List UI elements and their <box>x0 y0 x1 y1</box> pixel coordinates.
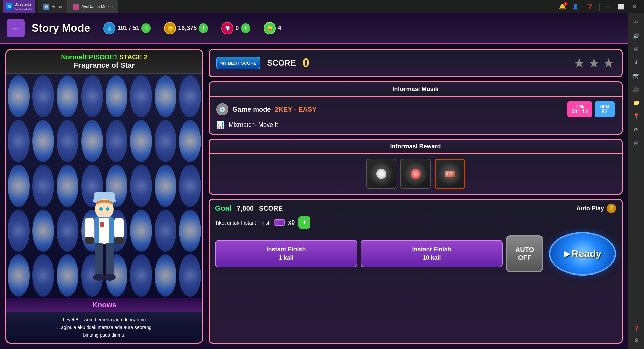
light-dot <box>179 165 201 207</box>
right-panel: MY BEST SCORE SCORE 0 ★ ★ ★ Informasi Mu… <box>209 49 623 344</box>
reward-item-3: ACC <box>435 159 465 189</box>
sidebar-video-icon[interactable]: 🎥 <box>630 83 642 95</box>
resource-group-1: 💧 101 / 51 + <box>103 22 151 34</box>
stage-header: NormalEPISODE1 STAGE 2 Fragrance of Star <box>6 50 202 74</box>
sidebar-settings-icon[interactable]: ⚙ <box>630 334 642 346</box>
sidebar-grid-icon[interactable]: ⊞ <box>630 43 642 55</box>
home-tab-icon: 🏠 <box>43 4 49 10</box>
back-button[interactable]: ← <box>7 19 25 37</box>
starburst-2 <box>401 159 430 188</box>
auto-play-label: Auto Play <box>576 205 604 212</box>
svg-rect-12 <box>106 243 114 276</box>
page-title: Story Mode <box>32 22 90 34</box>
light-dot <box>8 75 30 117</box>
light-dot <box>57 120 78 162</box>
ticket-label: Tiket untuk Instant Finish <box>215 220 271 226</box>
light-dot <box>155 75 176 117</box>
gem-add-button[interactable]: + <box>241 23 250 33</box>
bluestacks-logo[interactable]: B BlueStacks 4.240.30.1002 <box>3 0 35 13</box>
left-panel: NormalEPISODE1 STAGE 2 Fragrance of Star <box>5 49 203 344</box>
starburst-1 <box>367 159 396 188</box>
tab-ayodance[interactable]: 🎵 AyoDance Mobile <box>68 0 118 13</box>
game-mode-row: 💿 Game mode 2KEY - EASY TIME 03 : 13 BPM… <box>216 101 615 117</box>
sidebar-expand2-icon[interactable]: ⊞ <box>630 137 642 149</box>
title-bar-controls: 🔔 1 👤 ❓ ─ ⬜ ✕ <box>559 3 641 11</box>
light-dot <box>8 254 30 297</box>
goal-score-label: SCORE <box>259 205 283 212</box>
character-quote: Level Blossom berbeda jauh denganmu .Lag… <box>6 312 202 343</box>
resource-group-4: 😊 4 <box>264 22 281 34</box>
restore-button[interactable]: ⬜ <box>615 3 626 10</box>
resource-group-2: 🪙 16,375 + <box>164 22 208 34</box>
light-dot <box>8 165 30 207</box>
gold-value: 16,375 <box>178 24 197 32</box>
goal-value: 7,000 <box>237 205 254 212</box>
sidebar-help-icon[interactable]: ❓ <box>630 322 642 334</box>
gold-icon: 🪙 <box>164 22 176 34</box>
right-sidebar: ⇔ 🔊 ⊞ ⬇ 📷 🎥 📁 📍 ⟳ ⊞ ❓ ⚙ <box>628 13 644 349</box>
svg-point-3 <box>99 207 103 211</box>
instant-finish-1-button[interactable]: Instant Finish 1 kali <box>215 240 357 267</box>
instant-finish-10-button[interactable]: Instant Finish 10 kali <box>361 240 503 267</box>
light-dot <box>179 210 201 252</box>
notification-badge: 1 <box>564 2 568 6</box>
star-3: ★ <box>603 55 615 71</box>
sidebar-download-icon[interactable]: ⬇ <box>630 56 642 68</box>
mixmatch-label: Mixmatch- Move It <box>229 121 278 129</box>
ready-button[interactable]: ▶ Ready <box>549 232 616 276</box>
score-label: SCORE <box>267 58 296 68</box>
user-icon[interactable]: 👤 <box>570 3 581 10</box>
light-dot <box>179 254 201 297</box>
bpm-badge: BPM 82 <box>595 101 615 117</box>
stars-row: ★ ★ ★ <box>573 55 615 71</box>
sidebar-camera-icon[interactable]: 📷 <box>630 70 642 82</box>
light-dot <box>130 120 152 162</box>
light-dot <box>32 210 54 252</box>
tab-home[interactable]: 🏠 Home <box>38 0 68 13</box>
gold-add-button[interactable]: + <box>199 23 208 33</box>
reward-item-2 <box>400 159 431 189</box>
light-dot <box>57 75 78 117</box>
informasi-musik-body: 💿 Game mode 2KEY - EASY TIME 03 : 13 BPM… <box>210 97 622 134</box>
ticket-icon <box>274 219 285 226</box>
minimize-button[interactable]: ─ <box>604 3 611 10</box>
bottom-section: Goal 7,000 SCORE Auto Play ? Tiket untuk… <box>209 199 623 344</box>
character-name: Knows <box>6 298 202 312</box>
notification-button[interactable]: 🔔 1 <box>559 3 566 10</box>
game-area: ← Story Mode 💧 101 / 51 + 🪙 16,375 + 💎 0… <box>0 13 628 349</box>
auto-off-button[interactable]: AuTo ofF <box>506 235 543 272</box>
ticket-count: x0 <box>288 219 295 226</box>
sidebar-location-icon[interactable]: 📍 <box>630 110 642 122</box>
sidebar-bottom: ❓ ⚙ <box>630 322 642 346</box>
main-content: NormalEPISODE1 STAGE 2 Fragrance of Star <box>0 44 628 349</box>
close-button[interactable]: ✕ <box>630 3 639 10</box>
help-icon[interactable]: ❓ <box>585 3 595 10</box>
sidebar-folder-icon[interactable]: 📁 <box>630 97 642 109</box>
buttons-row: Instant Finish 1 kali Instant Finish 10 … <box>215 232 616 276</box>
ticket-add-button[interactable]: + <box>298 216 310 229</box>
play-icon: ▶ <box>564 249 570 258</box>
light-dot <box>179 120 201 162</box>
reward-item-1 <box>366 159 396 189</box>
light-dot <box>130 75 152 117</box>
light-dot <box>106 120 127 162</box>
starburst-3 <box>436 160 464 188</box>
sidebar-rotate-icon[interactable]: ⟳ <box>630 123 642 136</box>
stage-title-row: NormalEPISODE1 STAGE 2 <box>12 53 197 61</box>
light-dot <box>155 254 176 297</box>
informasi-reward-header: Informasi Reward <box>210 140 622 154</box>
my-best-score-badge: MY BEST SCORE <box>216 57 260 70</box>
light-dot <box>8 120 30 162</box>
star-2: ★ <box>588 55 600 71</box>
svg-point-13 <box>93 274 105 281</box>
auto-play-help-button[interactable]: ? <box>607 204 616 213</box>
sidebar-expand-icon[interactable]: ⇔ <box>630 16 642 28</box>
energy-add-button[interactable]: + <box>141 23 151 33</box>
resource-group-3: 💎 0 + <box>221 22 250 34</box>
sidebar-volume-icon[interactable]: 🔊 <box>630 30 642 42</box>
time-badge: TIME 03 : 13 <box>567 101 592 117</box>
light-dot <box>32 254 54 297</box>
my-best-score-label: MY BEST SCORE <box>220 61 256 66</box>
svg-rect-7 <box>85 218 94 238</box>
svg-rect-15 <box>100 222 104 227</box>
